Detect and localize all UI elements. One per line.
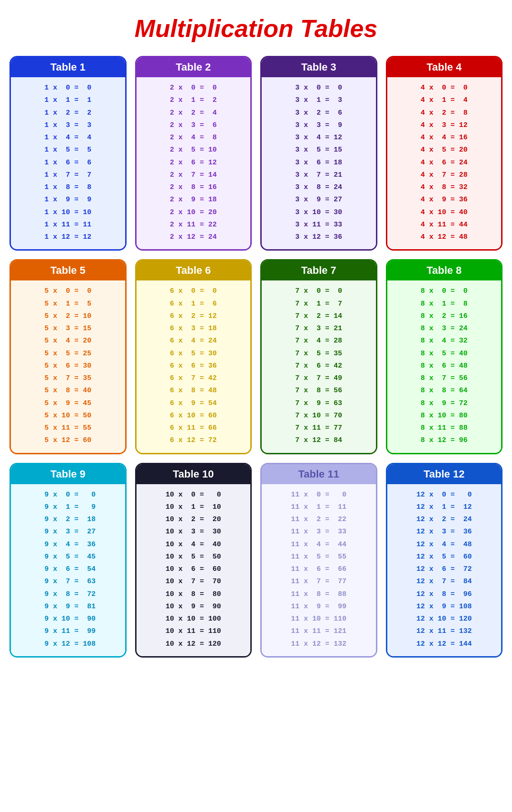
table-body-9: 9 x 0 = 0 9 x 1 = 9 9 x 2 = 18 9 x 3 = 2… — [11, 484, 125, 656]
table-2-row-5: 2 x 5 = 10 — [142, 144, 245, 156]
table-body-3: 3 x 0 = 03 x 1 = 33 x 2 = 63 x 3 = 93 x … — [262, 77, 376, 249]
table-4-row-11: 4 x 11 = 44 — [393, 219, 496, 231]
table-4-row-5: 4 x 5 = 20 — [393, 144, 496, 156]
table-11-row-6: 11 x 6 = 66 — [267, 563, 370, 576]
table-header-12: Table 12 — [387, 464, 502, 484]
table-card-3: Table 33 x 0 = 03 x 1 = 33 x 2 = 63 x 3 … — [260, 56, 377, 251]
table-6-row-8: 6 x 8 = 48 — [142, 385, 245, 397]
table-3-row-6: 3 x 6 = 18 — [267, 157, 370, 169]
table-1-row-9: 1 x 9 = 9 — [17, 194, 119, 206]
table-9-row-12: 9 x 12 = 108 — [17, 638, 119, 650]
table-3-row-8: 3 x 8 = 24 — [267, 181, 370, 194]
table-11-row-8: 11 x 8 = 88 — [267, 588, 370, 601]
table-body-5: 5 x 0 = 05 x 1 = 55 x 2 = 105 x 3 = 155 … — [11, 280, 125, 452]
table-card-4: Table 44 x 0 = 04 x 1 = 44 x 2 = 84 x 3 … — [386, 56, 503, 251]
table-body-7: 7 x 0 = 07 x 1 = 77 x 2 = 147 x 3 = 217 … — [262, 280, 376, 452]
table-9-row-7: 9 x 7 = 63 — [17, 576, 119, 588]
table-1-row-4: 1 x 4 = 4 — [17, 132, 119, 144]
table-card-11: Table 1111 x 0 = 011 x 1 = 1111 x 2 = 22… — [260, 463, 377, 658]
table-1-row-3: 1 x 3 = 3 — [17, 119, 119, 132]
table-5-row-8: 5 x 8 = 40 — [17, 385, 119, 397]
table-9-row-8: 9 x 8 = 72 — [17, 588, 119, 601]
table-2-row-7: 2 x 7 = 14 — [142, 169, 245, 181]
table-4-row-12: 4 x 12 = 48 — [393, 231, 496, 244]
table-body-10: 10 x 0 = 010 x 1 = 1010 x 2 = 2010 x 3 =… — [137, 484, 251, 656]
table-body-4: 4 x 0 = 04 x 1 = 44 x 2 = 84 x 3 = 124 x… — [387, 77, 502, 249]
table-3-row-5: 3 x 5 = 15 — [267, 144, 370, 156]
table-card-2: Table 22 x 0 = 02 x 1 = 22 x 2 = 42 x 3 … — [135, 56, 252, 251]
table-6-row-1: 6 x 1 = 6 — [142, 298, 245, 310]
table-6-row-9: 6 x 9 = 54 — [142, 397, 245, 410]
table-1-row-5: 1 x 5 = 5 — [17, 144, 119, 156]
table-5-row-12: 5 x 12 = 60 — [17, 434, 119, 447]
table-body-8: 8 x 0 = 08 x 1 = 88 x 2 = 168 x 3 = 248 … — [387, 280, 502, 452]
table-3-row-3: 3 x 3 = 9 — [267, 119, 370, 132]
table-5-row-0: 5 x 0 = 0 — [17, 285, 119, 298]
table-header-10: Table 10 — [137, 464, 251, 484]
table-2-row-10: 2 x 10 = 20 — [142, 207, 245, 219]
table-header-9: Table 9 — [11, 464, 125, 484]
table-12-row-6: 12 x 6 = 72 — [393, 563, 496, 576]
table-card-9: Table 9 9 x 0 = 0 9 x 1 = 9 9 x 2 = 18 9… — [9, 463, 127, 658]
table-6-row-6: 6 x 6 = 36 — [142, 360, 245, 372]
table-11-row-5: 11 x 5 = 55 — [267, 551, 370, 563]
table-header-1: Table 1 — [11, 57, 125, 77]
table-12-row-8: 12 x 8 = 96 — [393, 588, 496, 601]
table-2-row-8: 2 x 8 = 16 — [142, 181, 245, 194]
table-8-row-11: 8 x 11 = 88 — [393, 422, 496, 434]
table-7-row-12: 7 x 12 = 84 — [267, 434, 370, 447]
table-card-1: Table 11 x 0 = 01 x 1 = 11 x 2 = 21 x 3 … — [9, 56, 127, 251]
table-6-row-12: 6 x 12 = 72 — [142, 434, 245, 447]
tables-grid: Table 11 x 0 = 01 x 1 = 11 x 2 = 21 x 3 … — [9, 56, 503, 658]
table-1-row-11: 1 x 11 = 11 — [17, 219, 119, 231]
table-4-row-1: 4 x 1 = 4 — [393, 94, 496, 107]
table-7-row-9: 7 x 9 = 63 — [267, 397, 370, 410]
table-8-row-7: 8 x 7 = 56 — [393, 372, 496, 385]
table-4-row-10: 4 x 10 = 40 — [393, 207, 496, 219]
table-1-row-0: 1 x 0 = 0 — [17, 82, 119, 94]
table-header-4: Table 4 — [387, 57, 502, 77]
table-8-row-4: 8 x 4 = 32 — [393, 335, 496, 347]
table-8-row-8: 8 x 8 = 64 — [393, 385, 496, 397]
table-9-row-2: 9 x 2 = 18 — [17, 514, 119, 526]
table-header-8: Table 8 — [387, 261, 502, 280]
table-6-row-0: 6 x 0 = 0 — [142, 285, 245, 298]
table-body-2: 2 x 0 = 02 x 1 = 22 x 2 = 42 x 3 = 62 x … — [137, 77, 251, 249]
table-1-row-6: 1 x 6 = 6 — [17, 157, 119, 169]
table-7-row-0: 7 x 0 = 0 — [267, 285, 370, 298]
table-9-row-1: 9 x 1 = 9 — [17, 501, 119, 514]
table-12-row-7: 12 x 7 = 84 — [393, 576, 496, 588]
table-11-row-0: 11 x 0 = 0 — [267, 489, 370, 501]
table-6-row-5: 6 x 5 = 30 — [142, 348, 245, 360]
table-11-row-7: 11 x 7 = 77 — [267, 576, 370, 588]
table-10-row-6: 10 x 6 = 60 — [142, 563, 245, 576]
table-6-row-7: 6 x 7 = 42 — [142, 372, 245, 385]
table-2-row-1: 2 x 1 = 2 — [142, 94, 245, 107]
table-body-6: 6 x 0 = 06 x 1 = 66 x 2 = 126 x 3 = 186 … — [137, 280, 251, 452]
table-2-row-11: 2 x 11 = 22 — [142, 219, 245, 231]
table-11-row-3: 11 x 3 = 33 — [267, 526, 370, 538]
table-8-row-3: 8 x 3 = 24 — [393, 323, 496, 335]
table-5-row-7: 5 x 7 = 35 — [17, 372, 119, 385]
table-11-row-1: 11 x 1 = 11 — [267, 501, 370, 514]
table-12-row-4: 12 x 4 = 48 — [393, 539, 496, 551]
table-header-2: Table 2 — [137, 57, 251, 77]
table-8-row-6: 8 x 6 = 48 — [393, 360, 496, 372]
table-4-row-3: 4 x 3 = 12 — [393, 119, 496, 132]
table-3-row-12: 3 x 12 = 36 — [267, 231, 370, 244]
table-1-row-7: 1 x 7 = 7 — [17, 169, 119, 181]
table-3-row-1: 3 x 1 = 3 — [267, 94, 370, 107]
table-7-row-8: 7 x 8 = 56 — [267, 385, 370, 397]
table-1-row-12: 1 x 12 = 12 — [17, 231, 119, 244]
table-10-row-8: 10 x 8 = 80 — [142, 588, 245, 601]
table-6-row-4: 6 x 4 = 24 — [142, 335, 245, 347]
table-11-row-2: 11 x 2 = 22 — [267, 514, 370, 526]
table-2-row-6: 2 x 6 = 12 — [142, 157, 245, 169]
table-10-row-0: 10 x 0 = 0 — [142, 489, 245, 501]
table-4-row-2: 4 x 2 = 8 — [393, 107, 496, 119]
table-9-row-6: 9 x 6 = 54 — [17, 563, 119, 576]
table-body-11: 11 x 0 = 011 x 1 = 1111 x 2 = 2211 x 3 =… — [262, 484, 376, 656]
table-7-row-2: 7 x 2 = 14 — [267, 310, 370, 323]
table-5-row-11: 5 x 11 = 55 — [17, 422, 119, 434]
table-header-5: Table 5 — [11, 261, 125, 280]
